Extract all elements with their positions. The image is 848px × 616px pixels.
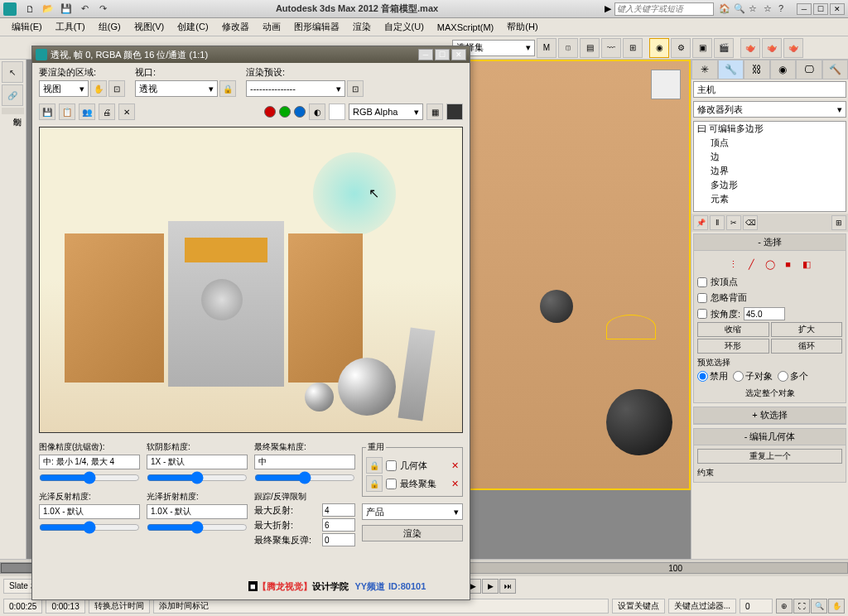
viewport-dropdown[interactable]: 透视▾ [135,80,218,97]
soft-shadow-slider[interactable] [147,471,248,484]
redo-icon[interactable]: ↷ [96,2,109,16]
undo-icon[interactable]: ↶ [78,2,91,16]
tool-teapot3[interactable]: 🫖 [783,38,803,58]
rw-close[interactable]: ✕ [451,49,466,60]
preview-subobj-radio[interactable] [733,371,744,382]
show-end-result-icon[interactable]: Ⅱ [710,215,725,230]
pin-stack-icon[interactable]: 📌 [693,215,708,230]
green-channel-icon[interactable] [279,106,291,118]
reuse-fg-checkbox[interactable] [386,479,397,489]
select-tool[interactable]: ↖ [2,61,23,83]
modifier-stack[interactable]: 曰 可编辑多边形 顶点 边 边界 多边形 元素 [693,121,846,212]
tool-teapot1[interactable]: 🫖 [740,38,760,58]
by-angle-spinner[interactable]: 45.0 [744,307,785,320]
ignore-backfacing-checkbox[interactable] [697,293,707,303]
open-icon[interactable]: 📂 [41,2,55,16]
repeat-last-button[interactable]: 重复上一个 [697,449,842,464]
close-button[interactable]: ✕ [830,3,845,15]
channel-dropdown[interactable]: RGB Alpha▾ [349,103,423,120]
clone-icon[interactable]: 👥 [79,103,95,120]
production-dropdown[interactable]: 产品▾ [362,503,463,520]
reuse-lock2[interactable]: 🔒 [366,475,383,492]
mono-icon[interactable] [329,103,345,120]
menu-animation[interactable]: 动画 [258,19,286,35]
tool-render-setup[interactable]: ⚙ [671,38,691,58]
preview-multi-radio[interactable] [778,371,788,382]
by-angle-checkbox[interactable] [697,309,707,319]
tool-mirror[interactable]: M [537,38,556,58]
magnifier-icon[interactable]: 🔍 [734,3,745,15]
tab-modify[interactable]: 🔧 [718,60,744,79]
favorite-icon[interactable]: ☆ [764,3,775,15]
search-input[interactable] [614,2,714,16]
toggle-overlay-icon[interactable] [446,103,463,120]
stack-border[interactable]: 边界 [694,164,846,178]
region-tool[interactable]: ✋ [90,80,107,97]
fg-precision-slider[interactable] [254,471,355,484]
glossy-refl-slider[interactable] [39,521,140,534]
goto-end-icon[interactable]: ⏭ [499,579,516,594]
tool-schematic[interactable]: ⊞ [623,38,643,58]
tool-material-editor[interactable]: ◉ [649,38,669,58]
toggle-ui-icon[interactable]: ▦ [426,103,443,120]
tool-align[interactable]: ⎅ [558,38,578,58]
nav-3-icon[interactable]: 🔍 [811,599,827,614]
menu-create[interactable]: 创建(C) [172,19,213,35]
selection-header[interactable]: - 选择 [694,234,846,251]
save-icon[interactable]: 💾 [60,2,73,16]
loop-button[interactable]: 循环 [771,339,843,354]
menu-edit[interactable]: 编辑(E) [7,19,47,35]
ring-button[interactable]: 环形 [697,339,769,354]
link-tool[interactable]: 🔗 [2,84,23,106]
add-time-tag[interactable]: 添加时间标记 [153,599,609,614]
menu-customize[interactable]: 自定义(U) [379,19,429,35]
menu-views[interactable]: 视图(V) [129,19,170,35]
maximize-button[interactable]: ☐ [813,3,828,15]
stack-vertex[interactable]: 顶点 [694,136,846,150]
tool-render[interactable]: 🎬 [714,38,734,58]
key-filter-button[interactable]: 关键点过滤器... [668,599,736,614]
object-name-input[interactable]: 主机 [693,81,846,98]
timeline-handle[interactable] [1,563,34,573]
shrink-button[interactable]: 收缩 [697,322,769,337]
preset-dropdown[interactable]: ---------------▾ [246,80,345,97]
copy-image-icon[interactable]: 📋 [59,103,75,120]
frame-spinner[interactable]: 0 [740,599,773,614]
stack-element[interactable]: 元素 [694,192,846,206]
tool-render-frame[interactable]: ▣ [692,38,712,58]
menu-rendering[interactable]: 渲染 [348,19,376,35]
element-subobj-icon[interactable]: ◧ [800,257,813,271]
preview-disable-radio[interactable] [697,371,708,382]
save-image-icon[interactable]: 💾 [39,103,55,120]
minimize-button[interactable]: ─ [797,3,812,15]
set-key-button[interactable]: 设置关键点 [612,599,665,614]
render-button[interactable]: 渲染 [362,525,463,541]
menu-modifiers[interactable]: 修改器 [217,19,254,35]
remove-modifier-icon[interactable]: ⌫ [743,215,758,230]
next-frame-icon[interactable]: ▶ [482,579,499,594]
question-icon[interactable]: ? [778,3,790,15]
menu-group[interactable]: 组(G) [94,19,126,35]
reuse-geometry-checkbox[interactable] [386,460,397,471]
border-subobj-icon[interactable]: ◯ [764,257,777,271]
vertex-subobj-icon[interactable]: ⋮ [727,257,740,271]
stack-edge[interactable]: 边 [694,150,846,164]
preset-save-icon[interactable]: ⊡ [347,80,364,97]
stack-editable-poly[interactable]: 曰 可编辑多边形 [694,122,846,136]
rw-minimize[interactable]: ─ [418,49,433,60]
red-channel-icon[interactable] [264,106,276,118]
help-icon[interactable]: 🏠 [719,3,730,15]
by-vertex-checkbox[interactable] [697,277,707,287]
polygon-subobj-icon[interactable]: ■ [782,257,795,271]
menu-help[interactable]: 帮助(H) [502,19,542,35]
max-refr-spinner[interactable]: 6 [322,518,355,532]
nav-1-icon[interactable]: ⊕ [776,599,793,614]
modifier-list-dropdown[interactable]: 修改器列表▾ [693,101,846,118]
crop-tool[interactable]: ⊡ [108,80,125,97]
tool-layers[interactable]: ▤ [580,38,600,58]
tab-hierarchy[interactable]: ⛓ [744,60,770,79]
max-refl-spinner[interactable]: 4 [322,503,355,517]
edge-subobj-icon[interactable]: ╱ [745,257,759,271]
star-icon[interactable]: ☆ [749,3,760,15]
nav-2-icon[interactable]: ⛶ [793,599,810,614]
